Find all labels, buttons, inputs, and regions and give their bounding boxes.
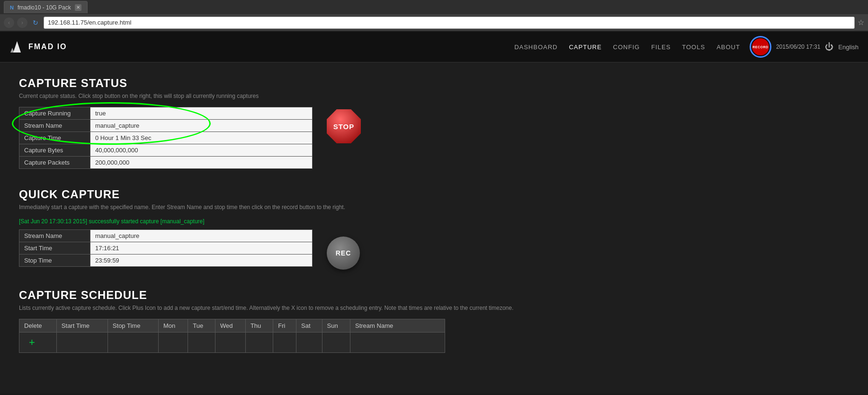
- table-row: Stream Name manual_capture: [19, 120, 313, 132]
- stream-name-input[interactable]: [95, 232, 307, 239]
- capture-schedule-desc: Lists currently active capture schedule.…: [19, 305, 849, 311]
- table-row: Capture Running true: [19, 107, 313, 120]
- add-row-cell: +: [19, 333, 57, 353]
- bookmark-button[interactable]: ☆: [858, 18, 864, 27]
- nav-bar: ‹ › ↻ ☆: [0, 14, 868, 31]
- row-value-capture-packets: 200,000,000: [90, 157, 313, 169]
- stop-label: STOP: [333, 123, 355, 131]
- qc-value-start-time[interactable]: [90, 242, 313, 255]
- schedule-header-row: Delete Start Time Stop Time Mon Tue Wed …: [19, 319, 445, 333]
- nav-links: DASHBOARD CAPTURE CONFIG FILES TOOLS ABO…: [514, 44, 740, 51]
- rec-button-header[interactable]: RECORD: [752, 38, 769, 55]
- tab-title: fmadio10 - 10G Pack: [18, 4, 71, 11]
- browser-tab[interactable]: N fmadio10 - 10G Pack ✕: [4, 1, 88, 13]
- qc-value-stop-time[interactable]: [90, 255, 313, 267]
- col-thu: Thu: [245, 319, 273, 333]
- stop-time-input[interactable]: [95, 257, 307, 264]
- back-button[interactable]: ‹: [4, 18, 14, 28]
- nav-tools[interactable]: TOOLS: [682, 44, 705, 51]
- row-value-capture-running: true: [90, 107, 313, 120]
- row-label-capture-packets: Capture Packets: [19, 157, 90, 169]
- capture-schedule-title: CAPTURE SCHEDULE: [19, 289, 849, 302]
- quick-capture-section: QUICK CAPTURE Immediately start a captur…: [19, 188, 849, 270]
- table-row: Capture Bytes 40,000,000,000: [19, 144, 313, 157]
- col-stream-name: Stream Name: [350, 319, 445, 333]
- capture-status-title: CAPTURE STATUS: [19, 77, 849, 90]
- row-label-capture-time: Capture Time: [19, 132, 90, 144]
- capture-schedule-section: CAPTURE SCHEDULE Lists currently active …: [19, 289, 849, 353]
- row-label-capture-running: Capture Running: [19, 107, 90, 120]
- forward-button[interactable]: ›: [17, 18, 27, 28]
- col-sat: Sat: [296, 319, 322, 333]
- row-label-stream-name: Stream Name: [19, 120, 90, 132]
- col-fri: Fri: [273, 319, 296, 333]
- quick-capture-desc: Immediately start a capture with the spe…: [19, 204, 849, 211]
- power-icon[interactable]: ⏻: [825, 42, 833, 52]
- col-mon: Mon: [158, 319, 188, 333]
- col-tue: Tue: [188, 319, 215, 333]
- nav-config[interactable]: CONFIG: [613, 44, 640, 51]
- refresh-button[interactable]: ↻: [30, 18, 41, 28]
- app-header: FMAD IO DASHBOARD CAPTURE CONFIG FILES T…: [0, 32, 868, 62]
- qc-label-stop-time: Stop Time: [19, 255, 90, 267]
- row-value-stream-name: manual_capture: [90, 120, 313, 132]
- rec-label: RECORD: [752, 45, 768, 49]
- capture-schedule-table: Delete Start Time Stop Time Mon Tue Wed …: [19, 319, 445, 353]
- start-time-input[interactable]: [95, 245, 307, 252]
- capture-status-section: CAPTURE STATUS Current capture status. C…: [19, 77, 849, 169]
- row-label-capture-bytes: Capture Bytes: [19, 144, 90, 157]
- row-value-capture-bytes: 40,000,000,000: [90, 144, 313, 157]
- col-stop-time: Stop Time: [107, 319, 158, 333]
- quick-capture-title: QUICK CAPTURE: [19, 188, 849, 201]
- address-bar[interactable]: [44, 17, 855, 29]
- record-button[interactable]: REC: [327, 237, 360, 270]
- qc-label-stream-name: Stream Name: [19, 230, 90, 242]
- table-row: Start Time: [19, 242, 313, 255]
- rec-button-container: REC: [327, 232, 360, 270]
- nav-about[interactable]: ABOUT: [716, 44, 740, 51]
- add-schedule-button[interactable]: +: [24, 334, 40, 351]
- capture-status-desc: Current capture status. Click stop butto…: [19, 93, 849, 99]
- logo-icon: [9, 39, 25, 54]
- schedule-empty-fri: [273, 333, 296, 353]
- capture-status-wrapper: Capture Running true Stream Name manual_…: [19, 107, 849, 169]
- nav-dashboard[interactable]: DASHBOARD: [514, 44, 557, 51]
- nav-files[interactable]: FILES: [651, 44, 671, 51]
- schedule-empty-mon: [158, 333, 188, 353]
- schedule-add-row: +: [19, 333, 445, 353]
- tab-close-button[interactable]: ✕: [75, 4, 81, 11]
- schedule-empty-wed: [215, 333, 245, 353]
- schedule-empty-sun: [322, 333, 350, 353]
- col-sun: Sun: [322, 319, 350, 333]
- rec-indicator-ring: RECORD: [750, 36, 771, 58]
- main-content: CAPTURE STATUS Current capture status. C…: [0, 62, 868, 394]
- logo-text: FMAD IO: [28, 43, 67, 51]
- nav-capture[interactable]: CAPTURE: [569, 44, 601, 51]
- table-row: Capture Time 0 Hour 1 Min 33 Sec: [19, 132, 313, 144]
- stop-button-container: STOP: [327, 109, 361, 143]
- col-wed: Wed: [215, 319, 245, 333]
- table-row: Stop Time: [19, 255, 313, 267]
- capture-status-table: Capture Running true Stream Name manual_…: [19, 107, 313, 169]
- schedule-empty-start: [56, 333, 107, 353]
- schedule-empty-stop: [107, 333, 158, 353]
- schedule-empty-tue: [188, 333, 215, 353]
- svg-marker-0: [13, 41, 21, 53]
- col-start-time: Start Time: [56, 319, 107, 333]
- stop-button-shape: STOP: [327, 109, 361, 143]
- quick-capture-row: Stream Name Start Time Stop Time: [19, 229, 849, 270]
- col-delete: Delete: [19, 319, 57, 333]
- svg-marker-1: [10, 48, 14, 53]
- capture-status-message: [Sat Jun 20 17:30:13 2015] successfully …: [19, 218, 849, 225]
- language-selector[interactable]: English: [838, 44, 859, 51]
- qc-label-start-time: Start Time: [19, 242, 90, 255]
- schedule-empty-thu: [245, 333, 273, 353]
- capture-table-container: Capture Running true Stream Name manual_…: [19, 107, 313, 169]
- qc-value-stream-name[interactable]: [90, 230, 313, 242]
- rec-label-text: REC: [336, 249, 351, 257]
- tab-bar: N fmadio10 - 10G Pack ✕: [0, 0, 868, 14]
- table-row: Stream Name: [19, 230, 313, 242]
- browser-chrome: N fmadio10 - 10G Pack ✕ ‹ › ↻ ☆: [0, 0, 868, 32]
- datetime-display: 2015/06/20 17:31: [776, 44, 820, 50]
- stop-capture-button[interactable]: STOP: [327, 109, 361, 143]
